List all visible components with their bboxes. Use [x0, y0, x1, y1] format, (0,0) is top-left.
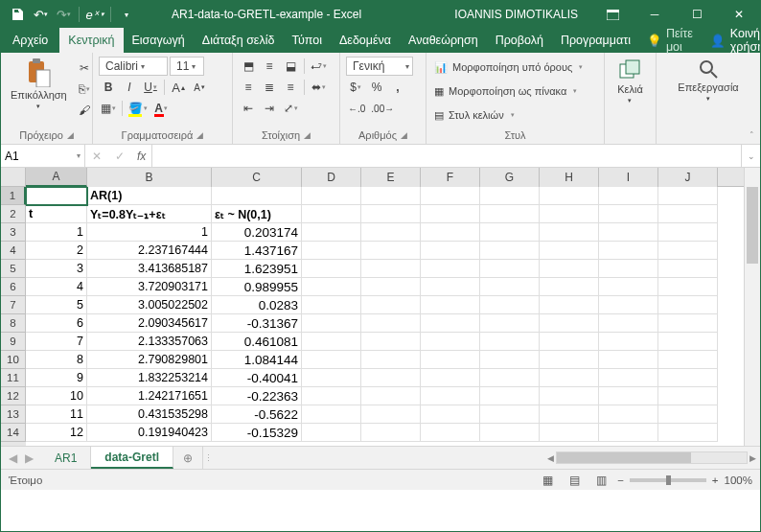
fill-color-button[interactable]: 🪣▾: [127, 99, 150, 118]
row-header-14[interactable]: 14: [1, 424, 26, 442]
clipboard-launcher[interactable]: ◢: [67, 130, 74, 140]
cells-button[interactable]: Κελιά▾: [613, 57, 647, 106]
zoom-out-button[interactable]: −: [617, 474, 624, 486]
cell-D14[interactable]: [302, 424, 361, 442]
row-header-3[interactable]: 3: [1, 223, 26, 242]
cell-C12[interactable]: -0.22363: [212, 387, 302, 405]
font-color-button[interactable]: A▾: [151, 99, 171, 118]
cell-J10[interactable]: [658, 351, 718, 369]
cell-G14[interactable]: [480, 424, 540, 442]
cell-A2[interactable]: t: [26, 205, 87, 223]
cell-B1[interactable]: AR(1): [87, 187, 212, 205]
cell-B4[interactable]: 2.237167444: [87, 242, 212, 260]
conditional-formatting-button[interactable]: 📊Μορφοποίηση υπό όρους▾: [432, 57, 598, 78]
cell-E8[interactable]: [361, 314, 421, 333]
cell-J1[interactable]: [658, 187, 718, 205]
cell-C13[interactable]: -0.5622: [212, 405, 302, 424]
bold-button[interactable]: B: [99, 78, 118, 97]
cell-B7[interactable]: 3.005022502: [87, 296, 212, 314]
editing-button[interactable]: Επεξεργασία▾: [674, 57, 742, 104]
page-layout-view-button[interactable]: ▤: [564, 472, 585, 489]
cell-A13[interactable]: 11: [26, 405, 87, 424]
insert-function-button[interactable]: fx: [131, 150, 151, 163]
cut-button[interactable]: ✂: [75, 58, 94, 78]
align-bottom-button[interactable]: ⬓: [281, 57, 300, 76]
col-header-J[interactable]: J: [658, 168, 718, 187]
cell-G5[interactable]: [480, 260, 540, 278]
cell-F10[interactable]: [421, 351, 480, 369]
cell-B5[interactable]: 3.413685187: [87, 260, 212, 278]
cell-H3[interactable]: [540, 223, 599, 242]
cell-G6[interactable]: [480, 278, 540, 296]
cell-I8[interactable]: [599, 314, 658, 333]
cell-E13[interactable]: [361, 405, 421, 424]
increase-decimal-button[interactable]: ←.0: [346, 99, 367, 118]
cell-E2[interactable]: [361, 205, 421, 223]
cell-I11[interactable]: [599, 369, 658, 387]
cell-G9[interactable]: [480, 333, 540, 351]
zoom-slider[interactable]: [630, 478, 706, 482]
cell-I14[interactable]: [599, 424, 658, 442]
cell-J4[interactable]: [658, 242, 718, 260]
italic-button[interactable]: I: [120, 78, 139, 97]
col-header-I[interactable]: I: [599, 168, 658, 187]
format-painter-button[interactable]: 🖌: [75, 101, 94, 120]
col-header-E[interactable]: E: [361, 168, 421, 187]
decrease-decimal-button[interactable]: .00→: [369, 99, 396, 118]
cell-H10[interactable]: [540, 351, 599, 369]
cell-styles-button[interactable]: ▤Στυλ κελιών▾: [432, 104, 598, 126]
cell-G13[interactable]: [480, 405, 540, 424]
cell-D1[interactable]: [302, 187, 361, 205]
cell-E9[interactable]: [361, 333, 421, 351]
redo-button[interactable]: ↷▾: [53, 4, 74, 25]
orientation-button[interactable]: ⤢▾: [281, 99, 300, 118]
formula-bar[interactable]: [152, 145, 741, 167]
cell-G8[interactable]: [480, 314, 540, 333]
tab-view[interactable]: Προβολή: [487, 28, 552, 53]
col-header-G[interactable]: G: [480, 168, 540, 187]
cell-D4[interactable]: [302, 242, 361, 260]
cell-C1[interactable]: [212, 187, 302, 205]
collapse-ribbon-button[interactable]: ˄: [749, 130, 754, 140]
tab-file[interactable]: Αρχείο: [1, 28, 59, 53]
cell-F3[interactable]: [421, 223, 480, 242]
undo-button[interactable]: ↶▾: [30, 4, 51, 25]
cell-E3[interactable]: [361, 223, 421, 242]
cell-E10[interactable]: [361, 351, 421, 369]
row-header-4[interactable]: 4: [1, 242, 26, 260]
next-sheet-button[interactable]: ▶: [25, 451, 34, 465]
cell-D8[interactable]: [302, 314, 361, 333]
row-header-10[interactable]: 10: [1, 351, 26, 369]
cell-I6[interactable]: [599, 278, 658, 296]
align-right-button[interactable]: ≡: [281, 78, 300, 97]
cell-E6[interactable]: [361, 278, 421, 296]
font-launcher[interactable]: ◢: [196, 130, 203, 140]
cell-H6[interactable]: [540, 278, 599, 296]
cell-C4[interactable]: 1.437167: [212, 242, 302, 260]
cell-D7[interactable]: [302, 296, 361, 314]
cell-D3[interactable]: [302, 223, 361, 242]
cell-H2[interactable]: [540, 205, 599, 223]
cell-I2[interactable]: [599, 205, 658, 223]
row-header-8[interactable]: 8: [1, 314, 26, 333]
align-center-button[interactable]: ≣: [260, 78, 279, 97]
cell-G10[interactable]: [480, 351, 540, 369]
merge-button[interactable]: ⬌▾: [309, 78, 328, 97]
paste-button[interactable]: Επικόλληση ▾: [7, 57, 71, 112]
cell-A9[interactable]: 7: [26, 333, 87, 351]
wrap-text-button[interactable]: ⮐▾: [309, 57, 329, 76]
cell-H8[interactable]: [540, 314, 599, 333]
font-size-combo[interactable]: 11▾: [170, 57, 204, 76]
cell-I13[interactable]: [599, 405, 658, 424]
cell-J2[interactable]: [658, 205, 718, 223]
cell-B11[interactable]: 1.832253214: [87, 369, 212, 387]
cell-C2[interactable]: εₜ ~ N(0,1): [212, 205, 302, 223]
enter-formula-button[interactable]: ✓: [108, 145, 131, 167]
cell-F11[interactable]: [421, 369, 480, 387]
cell-A5[interactable]: 3: [26, 260, 87, 278]
cell-F9[interactable]: [421, 333, 480, 351]
cell-C11[interactable]: -0.40041: [212, 369, 302, 387]
cell-H13[interactable]: [540, 405, 599, 424]
cell-F8[interactable]: [421, 314, 480, 333]
expand-formula-bar-button[interactable]: ⌄: [741, 145, 760, 167]
